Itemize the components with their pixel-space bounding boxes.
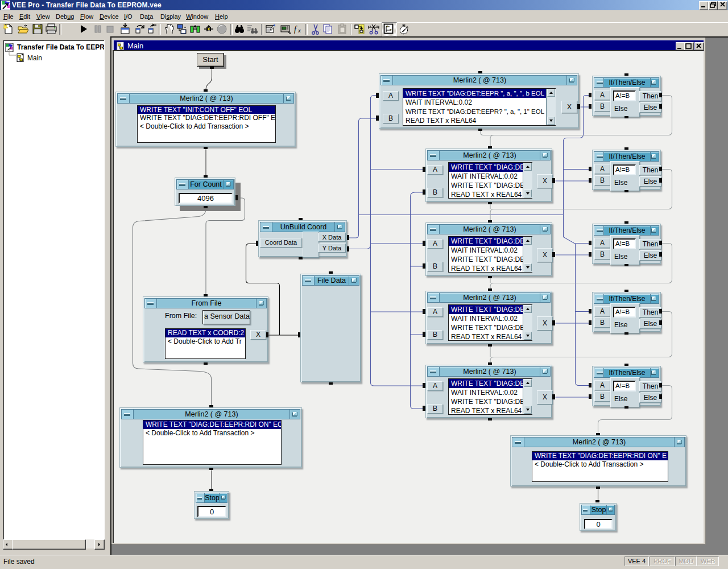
svg-text:f: f: [294, 25, 297, 34]
svg-text:x: x: [297, 27, 301, 34]
